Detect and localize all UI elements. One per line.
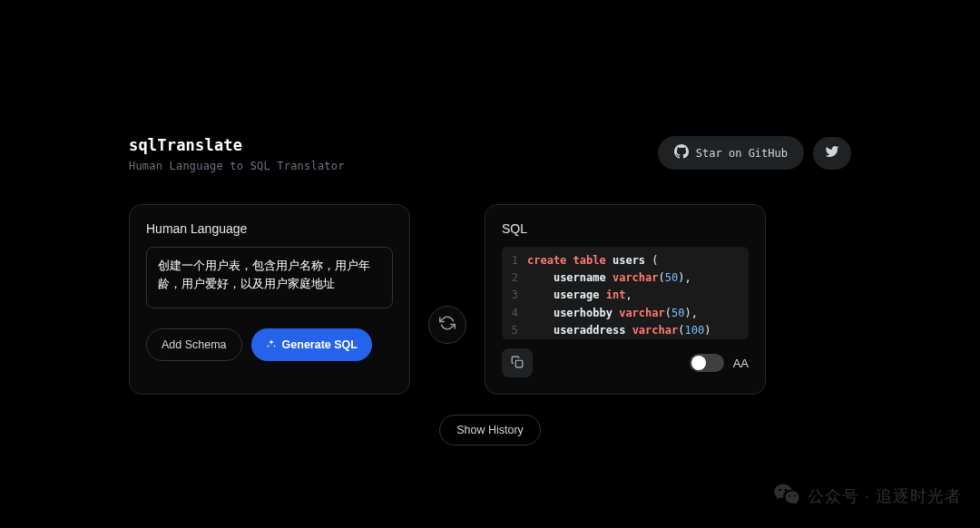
generate-sql-label: Generate SQL bbox=[282, 338, 358, 351]
copy-icon bbox=[511, 356, 524, 371]
output-panel: SQL 1create table users (2 username varc… bbox=[485, 204, 766, 395]
twitter-icon bbox=[825, 144, 839, 161]
watermark: 公众号 · 追逐时光者 bbox=[773, 481, 962, 512]
app-title: sqlTranslate bbox=[129, 136, 345, 154]
code-line: 5 useraddress varchar(100) bbox=[502, 322, 749, 339]
github-star-label: Star on GitHub bbox=[696, 147, 788, 160]
wechat-icon bbox=[773, 481, 800, 512]
code-line: 4 userhobby varchar(50), bbox=[502, 305, 749, 322]
code-text: useraddress varchar(100) bbox=[527, 322, 710, 339]
code-line: 1create table users ( bbox=[502, 252, 749, 269]
code-text: userhobby varchar(50), bbox=[527, 305, 698, 322]
input-panel: Human Language Add Schema Generate SQL bbox=[129, 204, 410, 395]
title-block: sqlTranslate Human Language to SQL Trans… bbox=[129, 136, 345, 172]
watermark-text: 公众号 · 追逐时光者 bbox=[808, 485, 962, 507]
add-schema-button[interactable]: Add Schema bbox=[146, 328, 242, 361]
line-number: 5 bbox=[502, 322, 527, 339]
human-language-input[interactable] bbox=[146, 247, 393, 308]
sql-code-block: 1create table users (2 username varchar(… bbox=[502, 247, 749, 339]
code-text: create table users ( bbox=[527, 252, 659, 269]
line-number: 2 bbox=[502, 269, 527, 287]
aa-label: AA bbox=[733, 357, 749, 370]
app-subtitle: Human Language to SQL Translator bbox=[129, 160, 345, 172]
code-text: userage int, bbox=[527, 287, 632, 304]
swap-button[interactable] bbox=[428, 306, 466, 344]
svg-rect-0 bbox=[515, 360, 523, 367]
code-line: 3 userage int, bbox=[502, 287, 749, 304]
generate-sql-button[interactable]: Generate SQL bbox=[251, 328, 372, 361]
input-panel-title: Human Language bbox=[146, 221, 393, 236]
swap-icon bbox=[439, 315, 456, 334]
twitter-button[interactable] bbox=[813, 137, 851, 170]
github-star-button[interactable]: Star on GitHub bbox=[658, 136, 804, 170]
code-line: 2 username varchar(50), bbox=[502, 269, 749, 287]
show-history-button[interactable]: Show History bbox=[439, 415, 541, 445]
line-number: 3 bbox=[502, 287, 527, 304]
case-toggle[interactable] bbox=[690, 354, 724, 372]
copy-button[interactable] bbox=[502, 348, 533, 377]
sparkle-icon bbox=[266, 338, 277, 352]
line-number: 1 bbox=[502, 252, 527, 269]
code-text: username varchar(50), bbox=[527, 269, 691, 287]
line-number: 4 bbox=[502, 305, 527, 322]
github-icon bbox=[674, 144, 689, 161]
output-panel-title: SQL bbox=[502, 221, 749, 236]
